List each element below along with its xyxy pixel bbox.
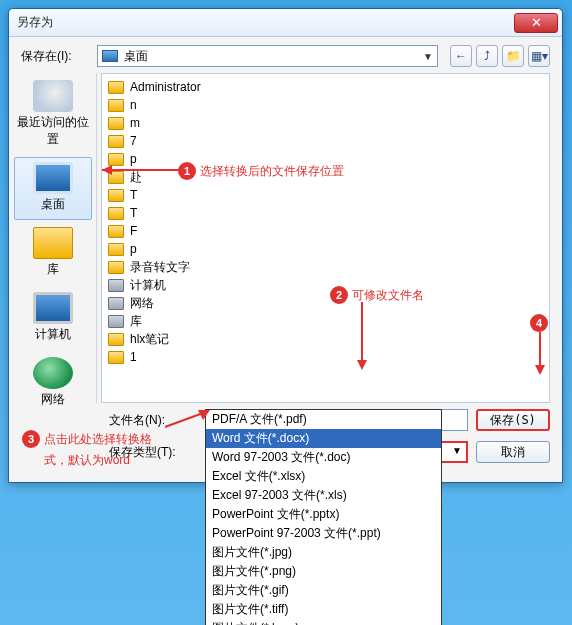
desktop-icon xyxy=(33,162,73,194)
filetype-option[interactable]: 图片文件(*.gif) xyxy=(206,581,441,600)
file-name: m xyxy=(130,116,140,130)
location-row: 保存在(I): 桌面 ▼ ← ⤴ 📁 ▦▾ xyxy=(9,37,562,73)
save-button[interactable]: 保存(S) xyxy=(476,409,550,431)
close-button[interactable]: ✕ xyxy=(514,13,558,33)
folder-icon xyxy=(108,279,124,292)
file-item[interactable]: 网络 xyxy=(108,294,543,312)
folder-icon xyxy=(108,207,124,220)
folder-icon xyxy=(108,117,124,130)
file-item[interactable]: 7 xyxy=(108,132,543,150)
file-item[interactable]: Administrator xyxy=(108,78,543,96)
file-name: hlx笔记 xyxy=(130,331,169,348)
place-recent[interactable]: 最近访问的位置 xyxy=(14,75,92,155)
filetype-option[interactable]: 图片文件(*.bmp) xyxy=(206,619,441,625)
place-label: 最近访问的位置 xyxy=(15,114,91,148)
place-lib[interactable]: 库 xyxy=(14,222,92,285)
file-name: n xyxy=(130,98,137,112)
chevron-down-icon: ▼ xyxy=(452,445,462,456)
badge-2: 2 xyxy=(330,286,348,304)
folder-icon xyxy=(108,99,124,112)
folder-icon xyxy=(108,81,124,94)
file-item[interactable]: F xyxy=(108,222,543,240)
place-label: 计算机 xyxy=(15,326,91,343)
file-list[interactable]: Administratornm7p赴TTFp录音转文字计算机网络库hlx笔记1 xyxy=(101,73,550,403)
file-item[interactable]: 1 xyxy=(108,348,543,366)
filetype-option[interactable]: Word 97-2003 文件(*.doc) xyxy=(206,448,441,467)
recent-icon xyxy=(33,80,73,112)
file-item[interactable]: 录音转文字 xyxy=(108,258,543,276)
svg-line-4 xyxy=(165,413,203,427)
file-item[interactable]: p xyxy=(108,240,543,258)
arrow-3 xyxy=(160,405,215,435)
file-name: 录音转文字 xyxy=(130,259,190,276)
view-menu-button[interactable]: ▦▾ xyxy=(528,45,550,67)
file-item[interactable]: hlx笔记 xyxy=(108,330,543,348)
back-button[interactable]: ← xyxy=(450,45,472,67)
file-item[interactable]: m xyxy=(108,114,543,132)
file-name: T xyxy=(130,206,137,220)
location-combo[interactable]: 桌面 ▼ xyxy=(97,45,438,67)
folder-icon xyxy=(108,315,124,328)
filetype-option[interactable]: 图片文件(*.png) xyxy=(206,562,441,581)
up-button[interactable]: ⤴ xyxy=(476,45,498,67)
folder-icon xyxy=(108,189,124,202)
filetype-option[interactable]: Word 文件(*.docx) xyxy=(206,429,441,448)
filetype-option[interactable]: 图片文件(*.jpg) xyxy=(206,543,441,562)
file-name: 7 xyxy=(130,134,137,148)
file-name: Administrator xyxy=(130,80,201,94)
filetype-option[interactable]: Excel 文件(*.xlsx) xyxy=(206,467,441,486)
titlebar[interactable]: 另存为 ✕ xyxy=(9,9,562,37)
arrow-2 xyxy=(352,300,372,375)
new-folder-button[interactable]: 📁 xyxy=(502,45,524,67)
filetype-option[interactable]: Excel 97-2003 文件(*.xls) xyxy=(206,486,441,505)
file-name: p xyxy=(130,242,137,256)
file-item[interactable]: 计算机 xyxy=(108,276,543,294)
svg-marker-7 xyxy=(535,365,545,375)
annotation-1: 1选择转换后的文件保存位置 xyxy=(178,162,344,180)
filetype-option[interactable]: 图片文件(*.tiff) xyxy=(206,600,441,619)
file-name: 库 xyxy=(130,313,142,330)
filetype-option[interactable]: PDF/A 文件(*.pdf) xyxy=(206,410,441,429)
file-name: 计算机 xyxy=(130,277,166,294)
place-label: 库 xyxy=(15,261,91,278)
cancel-button[interactable]: 取消 xyxy=(476,441,550,463)
savein-label: 保存在(I): xyxy=(21,48,91,65)
file-item[interactable]: 库 xyxy=(108,312,543,330)
file-name: 1 xyxy=(130,350,137,364)
nav-buttons: ← ⤴ 📁 ▦▾ xyxy=(450,45,550,67)
file-name: F xyxy=(130,224,137,238)
main-area: 最近访问的位置桌面库计算机网络 Administratornm7p赴TTFp录音… xyxy=(9,73,562,403)
arrow-4 xyxy=(530,330,550,380)
file-name: 网络 xyxy=(130,295,154,312)
net-icon xyxy=(33,357,73,389)
folder-icon xyxy=(108,243,124,256)
folder-icon xyxy=(108,297,124,310)
desktop-icon xyxy=(102,50,118,62)
filetype-option[interactable]: PowerPoint 文件(*.pptx) xyxy=(206,505,441,524)
place-desktop[interactable]: 桌面 xyxy=(14,157,92,220)
folder-icon xyxy=(108,351,124,364)
badge-4: 4 xyxy=(530,314,548,332)
folder-icon xyxy=(108,135,124,148)
badge-1: 1 xyxy=(178,162,196,180)
arrow-1 xyxy=(90,155,185,185)
places-bar: 最近访问的位置桌面库计算机网络 xyxy=(9,73,97,403)
filetype-option[interactable]: PowerPoint 97-2003 文件(*.ppt) xyxy=(206,524,441,543)
annotation-3: 3点击此处选择转换格 式，默认为word xyxy=(22,428,152,470)
folder-icon xyxy=(108,225,124,238)
place-net[interactable]: 网络 xyxy=(14,352,92,415)
comp-icon xyxy=(33,292,73,324)
svg-marker-1 xyxy=(102,165,112,175)
place-label: 桌面 xyxy=(15,196,91,213)
file-item[interactable]: T xyxy=(108,186,543,204)
place-label: 网络 xyxy=(15,391,91,408)
place-comp[interactable]: 计算机 xyxy=(14,287,92,350)
file-name: T xyxy=(130,188,137,202)
file-item[interactable]: T xyxy=(108,204,543,222)
lib-icon xyxy=(33,227,73,259)
file-item[interactable]: n xyxy=(108,96,543,114)
folder-icon xyxy=(108,333,124,346)
dialog-title: 另存为 xyxy=(17,14,514,31)
annotation-4: 4 xyxy=(530,314,552,332)
filetype-dropdown[interactable]: PDF/A 文件(*.pdf)Word 文件(*.docx)Word 97-20… xyxy=(205,409,442,625)
